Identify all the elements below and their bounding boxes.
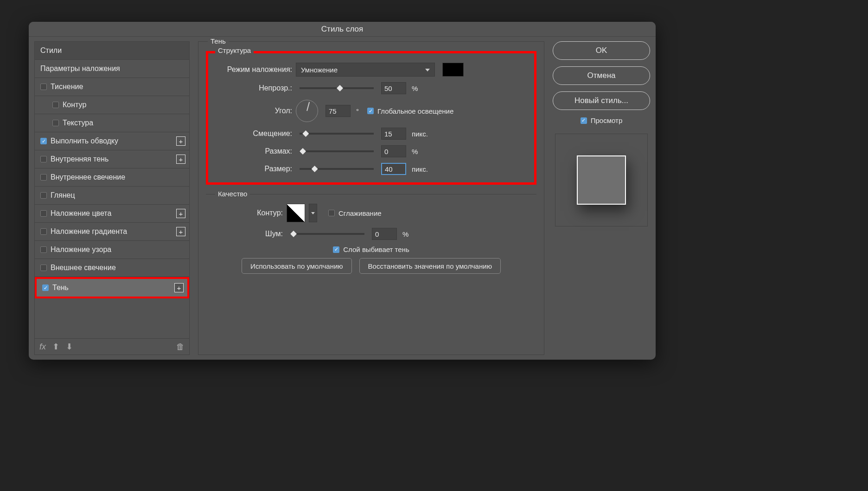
knockout-label: Слой выбивает тень (343, 246, 409, 253)
sidebar-item-4[interactable]: Внутренняя тень+ (35, 150, 189, 168)
layer-style-dialog: Стиль слоя Стили Параметры наложения Тис… (29, 22, 656, 360)
sidebar-item-checkbox[interactable] (40, 138, 47, 144)
ok-button[interactable]: OK (553, 41, 650, 60)
fx-icon[interactable]: fx (39, 342, 46, 352)
sidebar-item-checkbox[interactable] (40, 210, 47, 217)
shadow-color-swatch[interactable] (442, 63, 464, 77)
arrow-up-icon[interactable]: ⬆ (52, 342, 59, 352)
quality-fieldset: Качество Контур: Сглаживание Шум: (206, 194, 536, 281)
size-input[interactable] (381, 163, 406, 175)
spread-label: Размах: (216, 147, 292, 155)
sidebar-item-2[interactable]: Текстура (35, 114, 189, 132)
cancel-button[interactable]: Отмена (553, 66, 650, 85)
antialias-label: Сглаживание (338, 209, 382, 217)
blend-mode-select[interactable]: Умножение (296, 63, 435, 77)
preview-checkbox[interactable] (581, 117, 587, 124)
styles-sidebar: Стили Параметры наложения ТиснениеКонтур… (34, 41, 190, 355)
sidebar-item-5[interactable]: Внутреннее свечение (35, 168, 189, 187)
sidebar-item-label: Наложение узора (51, 246, 111, 254)
sidebar-item-checkbox[interactable] (40, 156, 47, 162)
quality-legend: Качество (215, 190, 250, 198)
spread-unit: % (412, 148, 418, 155)
sidebar-item-checkbox[interactable] (40, 84, 47, 90)
sidebar-item-1[interactable]: Контур (35, 96, 189, 114)
make-default-button[interactable]: Использовать по умолчанию (242, 258, 351, 274)
add-effect-icon[interactable]: + (174, 283, 184, 292)
preview-box (555, 134, 648, 226)
sidebar-blend-options[interactable]: Параметры наложения (35, 60, 189, 78)
global-light-checkbox[interactable] (367, 108, 374, 114)
structure-highlight: Режим наложения: Умножение Непрозр.: % У… (206, 51, 536, 185)
sidebar-item-11[interactable]: Тень+ (35, 277, 189, 298)
sidebar-item-checkbox[interactable] (52, 102, 59, 108)
dialog-title: Стиль слоя (29, 22, 656, 37)
sidebar-item-checkbox[interactable] (40, 228, 47, 235)
spread-slider[interactable] (300, 150, 374, 152)
add-effect-icon[interactable]: + (176, 209, 185, 218)
section-title: Тень (208, 37, 229, 45)
sidebar-item-label: Внутренняя тень (51, 155, 108, 163)
sidebar-item-6[interactable]: Глянец (35, 187, 189, 205)
noise-input[interactable] (372, 228, 397, 240)
add-effect-icon[interactable]: + (176, 136, 185, 146)
sidebar-item-9[interactable]: Наложение узора (35, 241, 189, 259)
antialias-checkbox[interactable] (328, 210, 335, 216)
sidebar-item-0[interactable]: Тиснение (35, 78, 189, 96)
distance-slider[interactable] (300, 133, 374, 135)
opacity-label: Непрозр.: (216, 84, 292, 92)
sidebar-item-7[interactable]: Наложение цвета+ (35, 205, 189, 223)
sidebar-item-checkbox[interactable] (40, 192, 47, 199)
sidebar-item-8[interactable]: Наложение градиента+ (35, 223, 189, 241)
sidebar-footer: fx ⬆ ⬇ 🗑 (35, 338, 189, 355)
opacity-input[interactable] (381, 82, 406, 94)
size-unit: пикс. (412, 165, 428, 173)
sidebar-item-checkbox[interactable] (40, 265, 47, 271)
sidebar-item-3[interactable]: Выполнить обводку+ (35, 132, 189, 150)
reset-default-button[interactable]: Восстановить значения по умолчанию (359, 258, 501, 274)
preview-swatch (577, 155, 626, 205)
arrow-down-icon[interactable]: ⬇ (66, 342, 73, 352)
noise-unit: % (402, 230, 408, 238)
blend-mode-label: Режим наложения: (216, 65, 292, 74)
angle-dial[interactable] (296, 100, 318, 122)
sidebar-item-label: Внутреннее свечение (51, 173, 125, 181)
sidebar-item-10[interactable]: Внешнее свечение (35, 259, 189, 277)
opacity-unit: % (412, 84, 418, 92)
sidebar-item-label: Глянец (51, 191, 75, 200)
sidebar-item-checkbox[interactable] (52, 120, 59, 126)
contour-picker[interactable] (287, 204, 305, 222)
opacity-slider[interactable] (300, 87, 374, 89)
sidebar-item-label: Текстура (63, 119, 93, 127)
trash-icon[interactable]: 🗑 (176, 342, 185, 352)
size-slider[interactable] (300, 168, 374, 170)
distance-label: Смещение: (216, 129, 292, 138)
sidebar-item-label: Выполнить обводку (51, 137, 118, 145)
angle-input[interactable] (326, 105, 351, 117)
right-panel: OK Отмена Новый стиль... Просмотр (553, 41, 650, 355)
sidebar-item-checkbox[interactable] (40, 174, 47, 181)
distance-input[interactable] (381, 128, 406, 140)
add-effect-icon[interactable]: + (176, 227, 185, 236)
global-light-label: Глобальное освещение (377, 107, 453, 115)
sidebar-header-styles[interactable]: Стили (35, 42, 189, 60)
distance-unit: пикс. (412, 130, 428, 138)
sidebar-item-checkbox[interactable] (42, 284, 49, 291)
knockout-checkbox[interactable] (333, 246, 339, 253)
noise-label: Шум: (213, 230, 283, 238)
contour-label: Контур: (213, 209, 283, 217)
angle-label: Угол: (216, 107, 292, 115)
preview-label: Просмотр (591, 116, 623, 124)
spread-input[interactable] (381, 145, 406, 157)
effect-panel: Тень Структура Режим наложения: Умножени… (198, 41, 544, 355)
noise-slider[interactable] (290, 233, 364, 235)
angle-unit: ° (356, 107, 359, 115)
new-style-button[interactable]: Новый стиль... (553, 91, 650, 110)
size-label: Размер: (216, 165, 292, 173)
sidebar-item-label: Наложение градиента (51, 227, 127, 236)
add-effect-icon[interactable]: + (176, 155, 185, 164)
sidebar-item-checkbox[interactable] (40, 246, 47, 253)
contour-dropdown[interactable] (309, 204, 317, 222)
sidebar-item-label: Наложение цвета (51, 209, 111, 218)
sidebar-item-label: Тень (52, 284, 69, 292)
shadow-fieldset: Тень Структура Режим наложения: Умножени… (198, 41, 544, 355)
